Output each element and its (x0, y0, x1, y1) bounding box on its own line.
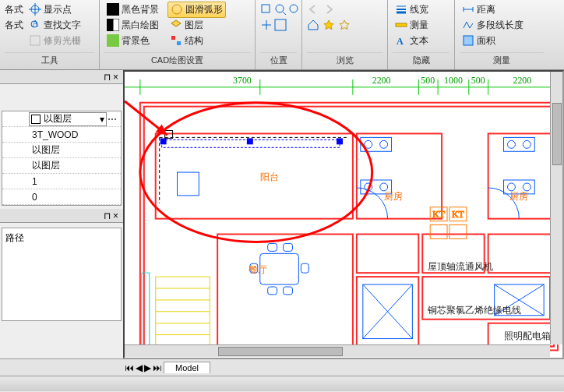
bg-black-icon (107, 3, 119, 16)
measure-icon (395, 19, 407, 31)
svg-point-14 (276, 5, 284, 12)
pan-icon[interactable] (260, 19, 273, 31)
find-text-button[interactable]: A 查找文字 (26, 18, 83, 33)
layer-icon (170, 19, 182, 31)
measure-button[interactable]: 测量 (393, 18, 431, 33)
text-button[interactable]: A文本 (393, 34, 431, 48)
label-panel: 照明配电箱 (504, 330, 551, 341)
prop-row[interactable]: 1 (2, 174, 121, 189)
label-cable: 铜芯聚氯乙烯绝缘电线 (427, 305, 521, 316)
panel-pin-2[interactable]: ⊓ × (0, 209, 123, 223)
dim-d4: 1000 (444, 75, 463, 86)
dim-d2: 2200 (372, 75, 391, 86)
bw-draw-icon (107, 19, 119, 31)
side-panels: ⊓ × 以图层 ▾ ⋯ 3T_WOOD 以图层 以图层 1 0 ⊓ × 路径 (0, 70, 123, 358)
layer-select[interactable]: 以图层 ▾ (29, 112, 107, 126)
area-button[interactable]: 面积 (460, 34, 498, 48)
svg-rect-6 (107, 3, 119, 16)
svg-point-16 (290, 5, 298, 12)
svg-rect-17 (275, 19, 286, 30)
bgcolor-button[interactable]: 背景色 (104, 34, 152, 48)
panel-label-tools: 工具 (5, 52, 94, 69)
path-title: 路径 (5, 231, 118, 245)
trim-icon (29, 34, 41, 47)
ribbon-panel-browse: 浏览 (302, 0, 388, 69)
star-icon[interactable] (323, 19, 335, 31)
svg-rect-11 (171, 36, 175, 40)
svg-rect-52 (160, 138, 167, 144)
ribbon-panel-measure: 距离 多段线长度 面积 测量 (455, 0, 548, 69)
dim-d3: 500 (421, 75, 435, 86)
svg-text:A: A (397, 36, 404, 47)
fwd-icon[interactable] (323, 3, 335, 16)
label-dining: 餐厅 (249, 264, 267, 275)
target-icon (29, 3, 41, 16)
area-icon (462, 34, 474, 47)
dist-button[interactable]: 距离 (460, 2, 498, 17)
polylen-button[interactable]: 多段线长度 (460, 18, 526, 33)
trim-raster-button[interactable]: 修剪光栅 (26, 34, 83, 48)
svg-rect-13 (262, 5, 270, 12)
zoom-in-icon[interactable] (274, 3, 287, 16)
prop-row[interactable]: 3T_WOOD (2, 127, 121, 143)
svg-text:A: A (32, 19, 39, 29)
svg-line-15 (283, 12, 286, 15)
prop-row[interactable]: 以图层 (2, 143, 121, 158)
pin-icon: ⊓ × (104, 210, 118, 221)
back-icon[interactable] (307, 3, 319, 16)
chevron-down-icon: ▾ (100, 114, 104, 125)
picker-icon[interactable]: ⋯ (107, 114, 118, 125)
layer-button[interactable]: 图层 (167, 18, 206, 33)
svg-rect-9 (107, 34, 119, 47)
hscrollbar[interactable] (125, 344, 550, 357)
svg-point-10 (172, 5, 182, 14)
show-points-button[interactable]: 显示点 (26, 2, 74, 17)
zoom-out-icon[interactable] (288, 3, 301, 16)
svg-text:KT: KT (432, 209, 446, 220)
label-kitchen2: 厨房 (509, 191, 528, 202)
ribbon: 各式 显示点 各式 A 查找文字 (0, 0, 564, 70)
zoom-window-icon[interactable] (260, 3, 273, 16)
tab-nav-prev[interactable]: ◀ (136, 362, 143, 373)
tab-nav-next[interactable]: ▶ (144, 362, 151, 373)
star2-icon[interactable] (338, 19, 351, 31)
text-icon: A (395, 34, 407, 47)
svg-rect-21 (396, 23, 407, 26)
dim-d1: 3700 (233, 75, 252, 86)
ribbon-panel-hide: 线宽 测量 A文本 隐藏 (388, 0, 455, 69)
svg-text:KT: KT (452, 209, 465, 220)
smooth-arc-button[interactable]: 圆滑弧形 (167, 2, 226, 18)
floorplan-svg: 3700 2200 500 1000 500 2200 (125, 72, 562, 358)
dist-icon (462, 3, 474, 16)
struct-button[interactable]: 结构 (167, 34, 206, 48)
bgcolor-icon (107, 34, 119, 47)
prop-row[interactable]: 以图层 (2, 158, 121, 174)
panel-label-cad: CAD绘图设置 (104, 52, 250, 69)
pin-icon: ⊓ × (104, 72, 118, 83)
panel-label-hide: 隐藏 (393, 52, 449, 69)
model-tabs: ⏮ ◀ ▶ ⏭ Model (0, 358, 564, 376)
tab-nav-first[interactable]: ⏮ (125, 362, 134, 373)
arc-icon (171, 3, 183, 16)
linew-icon (395, 3, 407, 16)
find-icon: A (29, 19, 41, 31)
svg-rect-7 (107, 19, 113, 31)
prop-row[interactable]: 0 (2, 189, 121, 205)
ribbon-panel-pos: 位置 (256, 0, 302, 69)
label-fan: 屋顶轴流通风机 (428, 261, 493, 272)
extents-icon[interactable] (274, 19, 287, 31)
tab-nav-last[interactable]: ⏭ (153, 362, 162, 373)
tab-model[interactable]: Model (164, 362, 210, 373)
panel-pin-1[interactable]: ⊓ × (0, 70, 123, 84)
svg-rect-54 (247, 138, 253, 144)
path-panel: 路径 (2, 228, 122, 321)
vscrollbar[interactable] (550, 72, 562, 344)
drawing-canvas[interactable]: 3700 2200 500 1000 500 2200 (123, 70, 564, 358)
struct-icon (170, 34, 182, 47)
linewidth-button[interactable]: 线宽 (393, 2, 431, 17)
panel-label-browse: 浏览 (307, 52, 382, 69)
home-icon[interactable] (307, 19, 319, 31)
polylen-icon (462, 19, 474, 31)
bw-draw-button[interactable]: 黑白绘图 (104, 18, 161, 33)
black-bg-button[interactable]: 黑色背景 (104, 2, 161, 17)
